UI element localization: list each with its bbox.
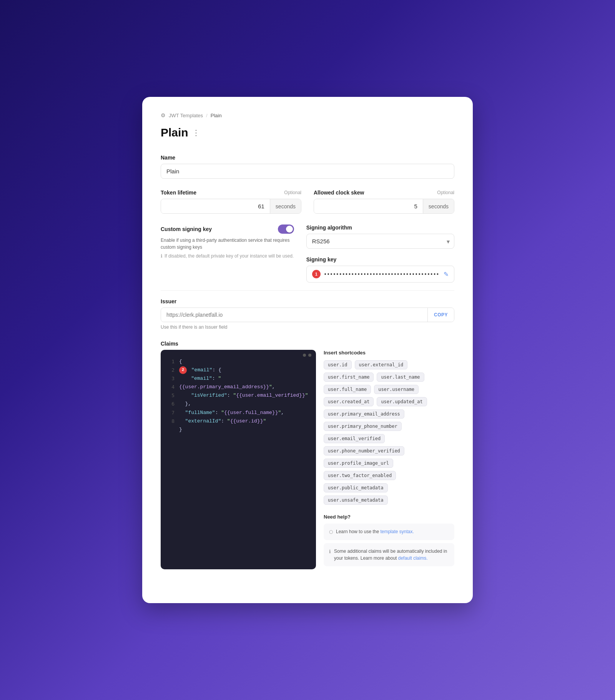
issuer-label: Issuer <box>161 298 454 304</box>
help-title: Need help? <box>324 514 454 520</box>
custom-signing-key-note: ℹ If disabled, the default private key o… <box>161 253 294 259</box>
default-claims-link[interactable]: default claims. <box>398 555 428 561</box>
signing-algorithm-label: Signing algorithm <box>306 224 454 231</box>
code-line-3: "email": "{{user.primary_email_address}}… <box>179 374 308 391</box>
code-text: { 2 "email": { "email": "{{user.primary_… <box>179 357 308 434</box>
issuer-input-row: COPY <box>161 308 454 322</box>
template-syntax-link[interactable]: template syntax. <box>380 529 414 534</box>
token-lifetime-label: Token lifetime <box>161 190 196 196</box>
token-lifetime-input-group: seconds <box>161 199 301 214</box>
breadcrumb-parent[interactable]: JWT Templates <box>169 113 203 118</box>
shortcode-user-created-at[interactable]: user.created_at <box>324 397 374 406</box>
shortcode-user-username[interactable]: user.username <box>374 385 419 394</box>
token-lifetime-input[interactable] <box>161 199 270 213</box>
token-lifetime-header: Token lifetime Optional <box>161 190 301 196</box>
shortcode-profile-image[interactable]: user.profile_image_url <box>324 459 393 468</box>
shortcode-primary-email[interactable]: user.primary_email_address <box>324 409 404 419</box>
help-section: Need help? ⬡ Learn how to use the templa… <box>324 514 454 566</box>
code-toolbar <box>303 354 311 357</box>
name-input[interactable] <box>161 164 454 179</box>
shortcode-phone-verified[interactable]: user.phone_number_verified <box>324 446 404 456</box>
claims-label: Claims <box>161 341 454 347</box>
breadcrumb-separator: / <box>206 113 208 118</box>
name-section: Name <box>161 155 454 179</box>
clock-skew-input-group: seconds <box>314 199 454 214</box>
toolbar-dot-1 <box>303 354 306 357</box>
clock-skew-unit: seconds <box>423 199 454 213</box>
custom-signing-key-label: Custom signing key <box>161 226 212 232</box>
claims-code-editor[interactable]: 1 2 3 4 5 6 7 8 { 2 "email": { <box>161 350 316 569</box>
clock-skew-input[interactable] <box>314 199 423 213</box>
shortcode-user-id[interactable]: user.id <box>324 360 352 369</box>
shortcodes-panel: Insert shortcodes user.id user.external_… <box>324 350 454 569</box>
copy-button[interactable]: COPY <box>427 308 454 322</box>
signing-key-label: Signing key <box>306 256 454 263</box>
shortcode-unsafe-metadata[interactable]: user.unsafe_metadata <box>324 495 388 505</box>
page-title-row: Plain ⋮ <box>161 126 454 139</box>
shortcodes-title: Insert shortcodes <box>324 350 454 356</box>
signing-algorithm-select[interactable]: RS256 HS256 ES256 <box>306 234 454 249</box>
page-title: Plain <box>161 126 188 139</box>
code-line-2: 2 "email": { <box>179 366 308 374</box>
clock-skew-optional: Optional <box>437 190 454 195</box>
info-circle-icon: ℹ <box>329 548 331 555</box>
issuer-input[interactable] <box>161 308 427 322</box>
toolbar-dot-2 <box>308 354 311 357</box>
claims-layout: 1 2 3 4 5 6 7 8 { 2 "email": { <box>161 350 454 569</box>
shortcode-primary-phone[interactable]: user.primary_phone_number <box>324 422 402 431</box>
clock-skew-section: Allowed clock skew Optional seconds <box>314 190 454 214</box>
custom-signing-key-toggle[interactable] <box>278 224 294 234</box>
code-content: 1 2 3 4 5 6 7 8 { 2 "email": { <box>168 357 308 434</box>
edit-icon[interactable]: ✎ <box>444 271 449 278</box>
shortcodes-list: user.id user.external_id user.first_name… <box>324 360 454 505</box>
signing-key-badge: 1 <box>312 270 321 278</box>
custom-signing-key-section: Custom signing key Enable if using a thi… <box>161 224 294 259</box>
signing-algorithm-select-wrapper: RS256 HS256 ES256 ▾ <box>306 234 454 249</box>
breadcrumb: ⚙ JWT Templates / Plain <box>161 112 454 118</box>
shortcode-email-verified[interactable]: user.email_verified <box>324 434 385 443</box>
shortcode-user-external-id[interactable]: user.external_id <box>355 360 408 369</box>
code-line-1: { <box>179 357 308 366</box>
custom-signing-key-desc: Enable if using a third-party authentica… <box>161 237 294 251</box>
code-line-8: } <box>179 426 308 434</box>
claims-section: Claims 1 2 3 4 5 6 7 8 <box>161 341 454 569</box>
code-line-5: }, <box>179 400 308 408</box>
clock-skew-label: Allowed clock skew <box>314 190 364 196</box>
shortcode-user-updated-at[interactable]: user.updated_at <box>377 397 427 406</box>
issuer-note: Use this if there is an Issuer field <box>161 324 454 330</box>
menu-button[interactable]: ⋮ <box>192 128 200 137</box>
line-numbers: 1 2 3 4 5 6 7 8 <box>168 357 175 434</box>
code-line-4: "isVerified": "{{user.email_verified}}" <box>179 391 308 400</box>
gear-icon: ⚙ <box>161 112 166 118</box>
token-lifetime-unit: seconds <box>270 199 301 213</box>
lifetime-skew-row: Token lifetime Optional seconds Allowed … <box>161 190 454 214</box>
code-line-7: "externalId": "{{user.id}}" <box>179 417 308 426</box>
link-icon: ⬡ <box>329 529 333 535</box>
signing-key-dots: •••••••••••••••••••••••••••••••••••••• <box>324 271 440 277</box>
help-card-claims: ℹ Some additional claims will be automat… <box>324 543 454 566</box>
token-lifetime-optional: Optional <box>284 190 301 195</box>
issuer-section: Issuer COPY Use this if there is an Issu… <box>161 298 454 330</box>
main-card: ⚙ JWT Templates / Plain Plain ⋮ Name Tok… <box>142 97 473 603</box>
shortcode-user-first-name[interactable]: user.first_name <box>324 372 374 382</box>
signing-section: Custom signing key Enable if using a thi… <box>161 224 454 283</box>
info-icon: ℹ <box>161 253 163 259</box>
claim-error-badge: 2 <box>179 366 187 374</box>
breadcrumb-current: Plain <box>211 113 222 118</box>
shortcode-user-last-name[interactable]: user.last_name <box>377 372 424 382</box>
code-line-6: "fullName": "{{user.full_name}}", <box>179 409 308 417</box>
divider <box>161 290 454 291</box>
custom-signing-toggle-row: Custom signing key <box>161 224 294 234</box>
shortcode-user-full-name[interactable]: user.full_name <box>324 385 371 394</box>
clock-skew-header: Allowed clock skew Optional <box>314 190 454 196</box>
token-lifetime-section: Token lifetime Optional seconds <box>161 190 301 214</box>
signing-key-section: Signing key 1 ••••••••••••••••••••••••••… <box>306 256 454 283</box>
name-label: Name <box>161 155 454 161</box>
signing-algorithm-section: Signing algorithm RS256 HS256 ES256 ▾ Si… <box>306 224 454 283</box>
shortcode-public-metadata[interactable]: user.public_metadata <box>324 483 388 492</box>
signing-key-row: 1 ••••••••••••••••••••••••••••••••••••••… <box>306 266 454 283</box>
shortcode-two-factor[interactable]: user.two_factor_enabled <box>324 471 396 480</box>
help-card-template: ⬡ Learn how to use the template syntax. <box>324 524 454 540</box>
